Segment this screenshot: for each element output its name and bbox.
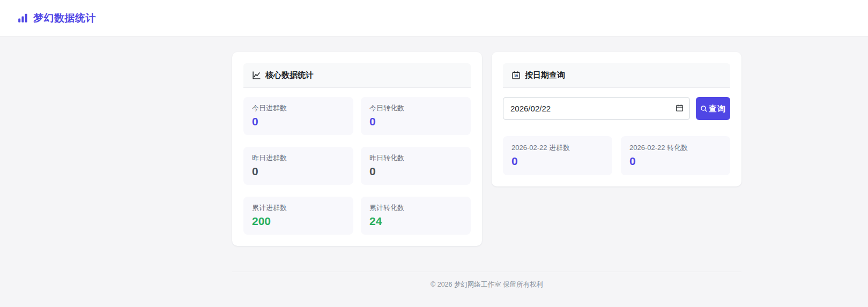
stat-label: 累计进群数 [252, 203, 345, 212]
stat-tile-total-conversions: 累计转化数 24 [361, 197, 471, 235]
top-navbar: 梦幻数据统计 [0, 0, 868, 36]
app-brand[interactable]: 梦幻数据统计 [18, 11, 96, 25]
result-value: 0 [629, 154, 722, 168]
core-stats-title: 核心数据统计 [265, 70, 314, 80]
result-tile-conversions: 2026-02-22 转化数 0 [621, 136, 730, 175]
stat-label: 昨日转化数 [369, 153, 462, 162]
stat-value: 0 [252, 164, 345, 178]
stat-label: 今日转化数 [369, 103, 462, 113]
stat-label: 昨日进群数 [252, 153, 345, 162]
core-stats-header: 核心数据统计 [243, 63, 471, 88]
date-field-wrap [503, 97, 690, 120]
stat-tile-today-joins: 今日进群数 0 [243, 97, 353, 135]
stat-tile-today-conversions: 今日转化数 0 [361, 97, 471, 135]
calendar-icon: 19 [511, 71, 521, 80]
calendar-indicator-icon[interactable] [676, 104, 684, 112]
result-value: 0 [511, 154, 604, 168]
query-results: 2026-02-22 进群数 0 2026-02-22 转化数 0 [503, 136, 730, 175]
stat-grid: 今日进群数 0 今日转化数 0 昨日进群数 0 昨日转化数 0 累计进群数 [243, 97, 471, 235]
date-query-title: 按日期查询 [525, 70, 565, 80]
main-content: 核心数据统计 今日进群数 0 今日转化数 0 昨日进群数 0 昨日转化数 0 [232, 36, 741, 299]
stat-value: 0 [369, 115, 462, 129]
bar-chart-icon [18, 13, 28, 24]
stat-tile-yesterday-conversions: 昨日转化数 0 [361, 147, 471, 185]
stat-value: 0 [252, 115, 345, 129]
query-form: 查询 [503, 97, 730, 120]
core-stats-card: 核心数据统计 今日进群数 0 今日转化数 0 昨日进群数 0 昨日转化数 0 [232, 52, 482, 246]
stat-label: 今日进群数 [252, 103, 345, 113]
copyright-text: © 2026 梦幻网络工作室 保留所有权利 [431, 281, 543, 288]
date-query-card: 19 按日期查询 [492, 52, 741, 186]
search-button[interactable]: 查询 [696, 97, 730, 120]
result-label: 2026-02-22 转化数 [629, 143, 722, 152]
date-input[interactable] [503, 97, 690, 120]
date-query-header: 19 按日期查询 [503, 63, 730, 88]
app-title: 梦幻数据统计 [33, 11, 96, 25]
line-chart-icon [252, 71, 261, 80]
stat-value: 200 [252, 214, 345, 228]
stat-tile-yesterday-joins: 昨日进群数 0 [243, 147, 353, 185]
result-tile-joins: 2026-02-22 进群数 0 [503, 136, 612, 175]
stat-value: 24 [369, 214, 462, 228]
page-footer: © 2026 梦幻网络工作室 保留所有权利 [232, 272, 741, 299]
stat-tile-total-joins: 累计进群数 200 [243, 197, 353, 235]
stat-label: 累计转化数 [369, 203, 462, 212]
stat-value: 0 [369, 164, 462, 178]
result-label: 2026-02-22 进群数 [511, 143, 604, 152]
search-button-label: 查询 [709, 104, 726, 113]
search-icon [700, 105, 708, 113]
svg-text:19: 19 [514, 74, 518, 78]
